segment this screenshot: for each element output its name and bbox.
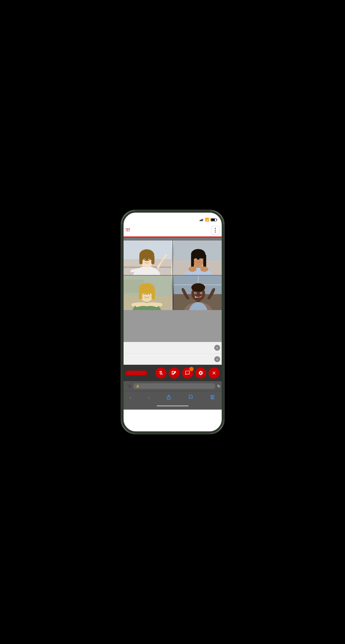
- video-off-button[interactable]: [169, 367, 180, 379]
- app-header: [121, 224, 224, 237]
- wifi-icon: 📶: [205, 218, 209, 222]
- signal-bar-3: [202, 219, 203, 221]
- svg-point-12: [144, 259, 145, 260]
- participants-section[interactable]: +: [121, 342, 224, 353]
- mute-button[interactable]: [155, 367, 167, 379]
- browser-bar: 🎥 🔒 ↻: [121, 381, 224, 391]
- toolbar-icons: [155, 367, 220, 379]
- signal-bar-1: [200, 220, 200, 221]
- svg-point-13: [149, 259, 150, 260]
- signal-bar-4: [203, 218, 204, 221]
- call-toolbar: [121, 365, 224, 381]
- battery-fill: [211, 219, 215, 221]
- browser-back-button[interactable]: ‹: [126, 394, 134, 402]
- browser-camera-icon: 🎥: [127, 384, 131, 388]
- signal-bar-2: [201, 220, 202, 221]
- logo-dot: [126, 228, 127, 229]
- share-icon: [166, 394, 171, 400]
- app-logo: [126, 228, 132, 232]
- chat-badge: [189, 367, 194, 371]
- browser-forward-button[interactable]: ›: [145, 394, 153, 402]
- video-tile-amy[interactable]: [121, 241, 172, 275]
- browser-share-button[interactable]: [163, 393, 174, 402]
- svg-rect-21: [203, 254, 206, 268]
- svg-point-54: [200, 293, 202, 294]
- logo-dot: [127, 231, 128, 232]
- signal-bars-icon: [200, 218, 204, 221]
- video-off-icon: [172, 370, 177, 376]
- logo-dot: [129, 231, 130, 232]
- avatar-svg-amy: [121, 241, 172, 275]
- svg-point-25: [200, 259, 201, 260]
- phone-screen: 📶: [121, 211, 224, 433]
- avatar-svg-david: [173, 276, 224, 310]
- svg-rect-36: [151, 289, 155, 299]
- bookmarks-icon: [188, 394, 193, 400]
- svg-point-53: [195, 293, 196, 294]
- svg-point-50: [191, 283, 205, 292]
- battery-icon: [211, 218, 216, 221]
- lock-icon: 🔒: [136, 385, 139, 388]
- svg-point-24: [195, 259, 196, 260]
- participants-add-icon[interactable]: +: [214, 345, 220, 351]
- menu-dot: [215, 228, 216, 229]
- menu-dot: [215, 231, 216, 233]
- video-content-amy: [121, 241, 172, 275]
- avatar-svg-andy: [173, 241, 224, 275]
- logo-dot: [126, 230, 127, 231]
- video-section-label: [121, 237, 224, 241]
- video-tile-david[interactable]: [173, 276, 224, 310]
- logo-dot: [127, 230, 128, 231]
- logo-dot: [126, 231, 127, 232]
- browser-url-bar[interactable]: 🔒: [133, 383, 215, 389]
- browser-refresh-button[interactable]: ↻: [217, 384, 221, 389]
- settings-button[interactable]: [195, 367, 206, 379]
- tabs-icon: [210, 394, 215, 400]
- svg-point-40: [149, 294, 150, 295]
- chat-icon: [185, 370, 190, 376]
- avatar-svg-sam: [121, 276, 172, 310]
- logo-dot: [129, 230, 130, 231]
- svg-rect-35: [139, 289, 142, 299]
- home-bar: [157, 405, 189, 406]
- browser-nav: ‹ ›: [121, 391, 224, 403]
- video-grid: [121, 241, 224, 310]
- svg-rect-9: [151, 255, 154, 264]
- duration-time: [128, 373, 144, 374]
- video-tile-andy[interactable]: [173, 241, 224, 275]
- svg-rect-8: [139, 255, 142, 264]
- video-tile-sam[interactable]: [121, 276, 172, 310]
- menu-button[interactable]: [211, 226, 220, 234]
- menu-dot: [215, 230, 216, 231]
- duration-box: [126, 371, 147, 375]
- close-icon: [211, 370, 217, 376]
- end-call-button[interactable]: [208, 367, 220, 379]
- video-content-david: [173, 276, 224, 310]
- browser-tabs-button[interactable]: [207, 393, 219, 402]
- chat-section[interactable]: +: [121, 353, 224, 365]
- video-section: [121, 237, 224, 342]
- chat-add-icon[interactable]: +: [214, 356, 220, 362]
- microphone-off-icon: [158, 370, 164, 376]
- video-content-andy: [173, 241, 224, 275]
- status-icons: 📶: [200, 218, 216, 222]
- home-indicator: [121, 403, 224, 410]
- video-empty-area: [121, 310, 224, 342]
- browser-bookmarks-button[interactable]: [185, 393, 196, 402]
- settings-icon: [198, 370, 203, 376]
- video-content-sam: [121, 276, 172, 310]
- svg-point-39: [143, 294, 145, 295]
- status-bar: 📶: [121, 211, 224, 224]
- logo-dot: [129, 228, 130, 229]
- chat-button[interactable]: [182, 367, 193, 379]
- phone-frame: 📶: [121, 210, 224, 434]
- logo-dot: [127, 228, 128, 229]
- svg-rect-20: [191, 254, 194, 268]
